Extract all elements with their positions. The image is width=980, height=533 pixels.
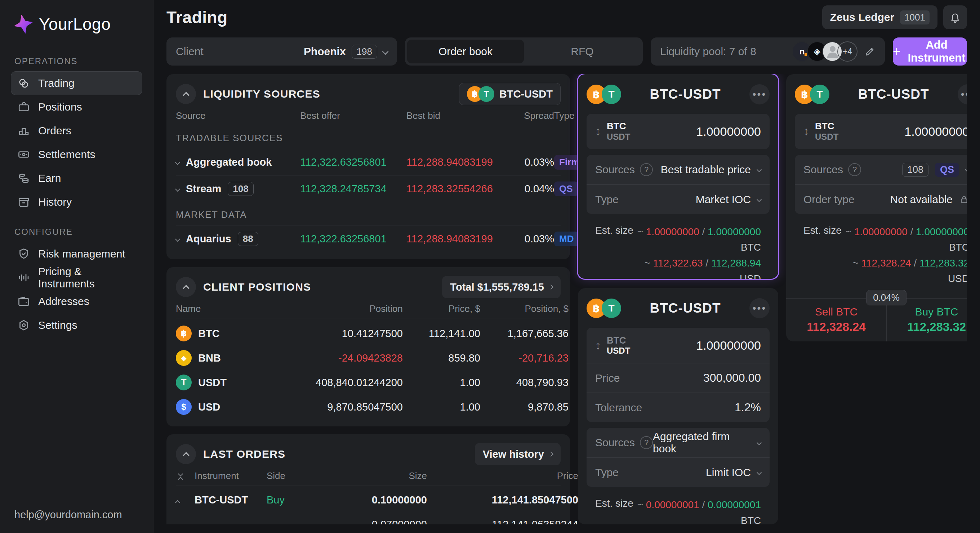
pair-selector-chip[interactable]: ฿ T BTC-USDT [459, 83, 561, 105]
usdt-coin-icon: T [602, 85, 621, 104]
view-history-button[interactable]: View history [475, 443, 561, 465]
collapse-last-orders-button[interactable] [176, 444, 196, 464]
col-price: Price, $ [403, 303, 480, 314]
sidebar-item-label: Settlements [38, 148, 95, 160]
tab-rfq[interactable]: RFQ [524, 40, 641, 63]
tab-order-book[interactable]: Order book [407, 40, 524, 63]
collapse-client-positions-button[interactable] [176, 277, 196, 297]
ratio-value[interactable]: 1.00000000 [696, 125, 761, 139]
type-value: Limit IOC [706, 466, 751, 479]
instrument-card-btc-usdt-market[interactable]: ฿ T BTC-USDT ••• ↕ BTCUSDT [578, 74, 778, 279]
usd-coin-icon: $ [176, 399, 192, 415]
account-chip[interactable]: Zeus Ledger 1001 [822, 5, 937, 29]
usdt-coin-icon: T [479, 86, 494, 102]
source-row-aquarius[interactable]: Aquarius88 112,322.63256801 112,288.9408… [176, 225, 561, 252]
price-field[interactable]: Price 300,000.00 [587, 363, 770, 393]
sidebar-item-addresses[interactable]: Addresses [11, 290, 142, 313]
sidebar-item-positions[interactable]: Positions [11, 95, 142, 119]
total-positions-button[interactable]: Total $1,555,789.15 [442, 276, 561, 298]
edit-pencil-icon[interactable] [864, 46, 875, 57]
sources-select[interactable]: Sources? Best tradable price [587, 155, 770, 184]
position-row-bnb[interactable]: ◆BNB -24.09423828 859.80 -20,716.23 ↑ [176, 346, 561, 370]
col-size: Size [315, 470, 427, 482]
ratio-field[interactable]: ↕ BTCUSDT 1.00000000 [795, 114, 967, 149]
liquidity-pool-chip[interactable]: Liquidity pool: 7 of 8 n ◈ +4 [651, 38, 885, 65]
ratio-value[interactable]: 1.00000000 [904, 125, 967, 139]
add-instrument-button[interactable]: + Add Instrument [893, 38, 967, 65]
ratio-value[interactable]: 1.00000000 [696, 338, 761, 352]
sort-icon[interactable] [176, 472, 185, 480]
notifications-button[interactable] [943, 5, 967, 29]
sources-select[interactable]: Sources? Aggregated firm book [587, 428, 770, 457]
type-label: Type [595, 194, 619, 206]
expand-chevron-icon[interactable] [175, 236, 180, 241]
page-title: Trading [167, 8, 228, 27]
position-value: 9,870.85047500 [284, 401, 403, 413]
tolerance-label: Tolerance [595, 401, 642, 414]
order-row[interactable]: BTC-USDT Buy 0.10000000 112,141.85047500… [176, 488, 561, 512]
card-menu-button[interactable]: ••• [958, 84, 967, 105]
instrument-column-2: ฿ T BTC-USDT ••• ↕ BTCUSDT [786, 74, 967, 524]
est-unit: USD [948, 273, 967, 284]
chevron-down-icon [965, 167, 967, 172]
asset-name: BTC [198, 328, 220, 339]
last-orders-header: Instrument Side Size Price Time Client [176, 467, 561, 485]
sidebar-item-label: History [38, 196, 72, 208]
sidebar-item-label: Risk management [38, 248, 126, 260]
expand-chevron-icon[interactable] [175, 186, 180, 191]
order-price: 112,141.06359244 [427, 519, 578, 525]
tolerance-field[interactable]: Tolerance 1.2% [587, 393, 770, 422]
position-row-usdt[interactable]: TUSDT 408,840.01244200 1.00 408,790.93 ↶ [176, 370, 561, 395]
view-tabs: Order book RFQ [405, 38, 643, 65]
position-usd-value: 408,790.93 [480, 377, 568, 389]
sidebar-item-trading[interactable]: Trading [11, 71, 142, 95]
collapse-liquidity-sources-button[interactable] [176, 84, 196, 104]
ratio-field[interactable]: ↕ BTCUSDT 1.00000000 [587, 328, 770, 363]
order-size: 0.10000000 [315, 494, 427, 506]
sidebar-item-label: Addresses [38, 295, 89, 308]
sidebar-item-earn[interactable]: Earn [11, 167, 142, 190]
source-name: Stream [186, 183, 221, 195]
logo[interactable]: YourLogo [11, 12, 142, 43]
order-subrow[interactable]: 0.07000000 112,141.06359244 13:31:49 288… [176, 512, 561, 524]
help-icon[interactable]: ? [640, 163, 653, 176]
price-value: 1.00 [403, 401, 480, 413]
source-row-stream[interactable]: Stream108 112,328.24785734 112,283.32554… [176, 175, 561, 202]
sidebar-item-settlements[interactable]: Settlements [11, 143, 142, 167]
collapse-row-icon[interactable] [175, 500, 180, 505]
sidebar-item-orders[interactable]: Orders [11, 119, 142, 143]
help-icon[interactable]: ? [640, 436, 653, 449]
sidebar-item-risk-management[interactable]: Risk management [11, 242, 142, 266]
instrument-card-btc-usdt-qs[interactable]: ฿ T BTC-USDT ••• ↕ BTCUSDT [786, 74, 967, 341]
type-select[interactable]: Type Market IOC [587, 184, 770, 214]
est-sell-usd: 112,322.63 [653, 257, 703, 269]
position-usd-value: -20,716.23 [480, 352, 568, 364]
instrument-card-btc-usdt-limit[interactable]: ฿ T BTC-USDT ••• ↕ BTCUSDT [578, 288, 778, 524]
col-best-bid: Best bid [406, 110, 513, 121]
swap-vertical-icon[interactable]: ↕ [803, 125, 809, 138]
card-menu-button[interactable]: ••• [749, 298, 770, 318]
main-area: Trading Zeus Ledger 1001 Client Phoenix … [153, 0, 980, 533]
swap-vertical-icon[interactable]: ↕ [595, 339, 601, 352]
help-email-link[interactable]: help@yourdomain.com [14, 509, 122, 521]
position-row-usd[interactable]: $USD 9,870.85047500 1.00 9,870.85 ↶ [176, 395, 561, 419]
sidebar-item-pricing-instruments[interactable]: Pricing & Instruments [11, 266, 142, 290]
help-icon[interactable]: ? [848, 163, 861, 176]
sources-select[interactable]: Sources? 108QS [795, 155, 967, 184]
type-select[interactable]: Type Limit IOC [587, 457, 770, 487]
sidebar-item-settings[interactable]: Settings [11, 313, 142, 337]
ratio-field[interactable]: ↕ BTCUSDT 1.00000000 [587, 114, 770, 149]
position-row-btc[interactable]: ฿BTC 10.41247500 112,141.00 1,167,665.36… [176, 321, 561, 346]
expand-chevron-icon[interactable] [175, 160, 180, 165]
last-orders-title: LAST ORDERS [203, 448, 468, 460]
source-name: Aquarius [186, 233, 231, 245]
sidebar-item-history[interactable]: History [11, 190, 142, 214]
coins-icon [17, 172, 30, 185]
chevron-down-icon [382, 48, 388, 55]
swap-vertical-icon[interactable]: ↕ [595, 125, 601, 138]
client-select[interactable]: Client Phoenix 198 [167, 38, 397, 65]
source-row-aggregated-book[interactable]: Aggregated book 112,322.63256801 112,288… [176, 149, 561, 175]
card-menu-button[interactable]: ••• [749, 84, 770, 105]
asset-name: USD [198, 401, 220, 413]
usdt-coin-icon: T [602, 298, 621, 318]
